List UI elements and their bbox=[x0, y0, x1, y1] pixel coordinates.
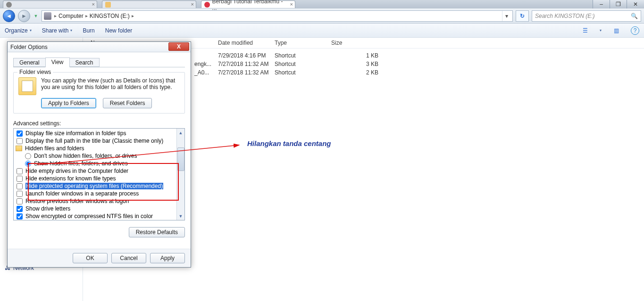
explorer-toolbar: Organize ▾ Share with ▾ Burn New folder … bbox=[0, 24, 644, 38]
advanced-settings-label: Advanced settings: bbox=[13, 120, 185, 127]
scroll-thumb[interactable] bbox=[177, 147, 184, 171]
tab-general[interactable]: General bbox=[13, 58, 46, 67]
folder-icon bbox=[16, 146, 22, 151]
opt-label: Hidden files and folders bbox=[25, 145, 84, 152]
dialog-titlebar[interactable]: Folder Options X bbox=[8, 42, 191, 52]
scroll-up-icon[interactable]: ▲ bbox=[177, 129, 184, 137]
address-dropdown-icon[interactable]: ▾ bbox=[502, 11, 510, 21]
breadcrumb-sep-icon[interactable]: ▸ bbox=[54, 13, 57, 18]
col-type[interactable]: Type bbox=[275, 40, 331, 46]
nav-forward-button[interactable]: ► bbox=[18, 10, 30, 22]
search-placeholder: Search KINGSTON (E:) bbox=[535, 13, 594, 19]
file-date: 7/27/2018 11:32 AM bbox=[218, 69, 275, 76]
reset-folders-button[interactable]: Reset Folders bbox=[103, 98, 152, 108]
tab-close-icon[interactable]: × bbox=[290, 1, 293, 7]
refresh-button[interactable]: ↻ bbox=[516, 10, 529, 22]
breadcrumb-item[interactable]: Computer bbox=[59, 13, 84, 19]
chk-separate-process[interactable] bbox=[17, 191, 23, 197]
breadcrumb-sep-icon[interactable]: ▸ bbox=[132, 13, 134, 18]
chk-hide-protected-os-files[interactable] bbox=[17, 183, 23, 189]
tab-view[interactable]: View bbox=[45, 57, 70, 67]
window-close-button[interactable]: ✕ bbox=[627, 0, 644, 8]
chk-full-path[interactable] bbox=[17, 138, 23, 144]
col-size[interactable]: Size bbox=[331, 40, 378, 46]
help-button[interactable]: ? bbox=[631, 26, 639, 35]
preview-pane-button[interactable]: ▥ bbox=[612, 26, 620, 35]
browser-tab[interactable]: × bbox=[3, 0, 97, 8]
file-date: 7/29/2018 4:16 PM bbox=[218, 52, 275, 59]
folder-options-dialog: Folder Options X General View Search Fol… bbox=[7, 41, 191, 268]
view-mode-button[interactable]: ☰ bbox=[581, 26, 589, 35]
apply-to-folders-button[interactable]: Apply to Folders bbox=[41, 98, 96, 108]
search-input[interactable]: Search KINGSTON (E:) 🔍 bbox=[532, 10, 641, 22]
radio-dont-show-hidden[interactable] bbox=[25, 153, 31, 159]
breadcrumb: ▸ Computer ▸ KINGSTON (E:) ▸ bbox=[54, 13, 134, 19]
organize-label: Organize bbox=[5, 27, 28, 34]
burn-button[interactable]: Burn bbox=[83, 27, 94, 34]
share-with-menu[interactable]: Share with ▾ bbox=[42, 27, 73, 34]
chevron-down-icon[interactable]: ▾ bbox=[600, 28, 602, 33]
file-type: Shortcut bbox=[275, 61, 331, 67]
newfolder-label: New folder bbox=[105, 27, 132, 34]
opt-label: Display the full path in the title bar (… bbox=[25, 138, 163, 144]
group-label: Folder views bbox=[17, 69, 53, 75]
breadcrumb-sep-icon[interactable]: ▸ bbox=[85, 13, 88, 18]
dialog-tabs: General View Search bbox=[13, 57, 185, 67]
chk-file-size-tips[interactable] bbox=[17, 130, 23, 137]
nav-history-dropdown[interactable]: ▼ bbox=[33, 14, 39, 18]
opt-label: Show encrypted or compressed NTFS files … bbox=[25, 213, 153, 220]
cancel-button[interactable]: Cancel bbox=[111, 253, 146, 263]
dialog-title: Folder Options bbox=[10, 44, 48, 50]
file-size: 3 KB bbox=[331, 61, 378, 67]
folder-views-icon bbox=[18, 77, 36, 95]
advanced-settings-list[interactable]: Display file size information in folder … bbox=[13, 128, 185, 220]
opt-label: Hide extensions for known file types bbox=[25, 175, 116, 182]
window-controls: – ❐ ✕ bbox=[593, 0, 644, 8]
file-size: 2 KB bbox=[331, 69, 378, 76]
burn-label: Burn bbox=[83, 27, 94, 34]
tab-close-icon[interactable]: × bbox=[92, 1, 95, 7]
opt-label: Show hidden files, folders, and drives bbox=[34, 160, 128, 167]
window-minimize-button[interactable]: – bbox=[593, 0, 610, 8]
ok-button[interactable]: OK bbox=[73, 253, 108, 263]
opt-label: Launch folder windows in a separate proc… bbox=[25, 190, 139, 197]
file-date: 7/27/2018 11:32 AM bbox=[218, 61, 275, 67]
file-type: Shortcut bbox=[275, 69, 331, 76]
dialog-close-button[interactable]: X bbox=[168, 42, 189, 51]
chevron-down-icon: ▾ bbox=[30, 28, 32, 33]
address-bar[interactable]: ▸ Computer ▸ KINGSTON (E:) ▸ ▾ bbox=[42, 10, 513, 22]
window-restore-button[interactable]: ❐ bbox=[610, 0, 627, 8]
scroll-down-icon[interactable]: ▼ bbox=[177, 212, 184, 220]
organize-menu[interactable]: Organize ▾ bbox=[5, 27, 32, 34]
tab-title: Berbagi Tutorial Terbaikmu - ... bbox=[212, 0, 286, 11]
tab-search[interactable]: Search bbox=[69, 58, 100, 67]
radio-show-hidden[interactable] bbox=[25, 161, 31, 167]
breadcrumb-item[interactable]: KINGSTON (E:) bbox=[90, 13, 130, 19]
explorer-nav: ◄ ► ▼ ▸ Computer ▸ KINGSTON (E:) ▸ ▾ ↻ S… bbox=[0, 8, 644, 24]
chk-show-encrypted-color[interactable] bbox=[17, 213, 23, 220]
annotation-text: Hilangkan tanda centang bbox=[247, 139, 331, 147]
search-icon[interactable]: 🔍 bbox=[631, 13, 638, 19]
file-type: Shortcut bbox=[275, 52, 331, 59]
restore-defaults-button[interactable]: Restore Defaults bbox=[129, 227, 185, 237]
scrollbar[interactable]: ▲ ▼ bbox=[176, 129, 184, 220]
sharewith-label: Share with bbox=[42, 27, 69, 34]
browser-tab[interactable]: × bbox=[102, 0, 196, 8]
drive-icon bbox=[44, 12, 51, 20]
chk-restore-previous[interactable] bbox=[17, 198, 23, 204]
favicon-icon bbox=[6, 2, 12, 8]
favicon-icon bbox=[105, 2, 111, 8]
chk-show-drive-letters[interactable] bbox=[17, 206, 23, 212]
tab-close-icon[interactable]: × bbox=[191, 1, 194, 7]
apply-button[interactable]: Apply bbox=[150, 253, 185, 263]
new-folder-button[interactable]: New folder bbox=[105, 27, 132, 34]
browser-tab-active[interactable]: Berbagi Tutorial Terbaikmu - ... × bbox=[201, 0, 295, 8]
chk-hide-extensions[interactable] bbox=[17, 176, 23, 182]
opt-label: Display file size information in folder … bbox=[25, 130, 126, 137]
nav-back-button[interactable]: ◄ bbox=[3, 10, 15, 22]
chk-hide-empty-drives[interactable] bbox=[17, 168, 23, 174]
col-date[interactable]: Date modified bbox=[218, 40, 275, 46]
browser-tabstrip: × × Berbagi Tutorial Terbaikmu - ... × –… bbox=[0, 0, 644, 8]
file-size: 1 KB bbox=[331, 52, 378, 59]
opt-label: Hide empty drives in the Computer folder bbox=[25, 168, 128, 174]
